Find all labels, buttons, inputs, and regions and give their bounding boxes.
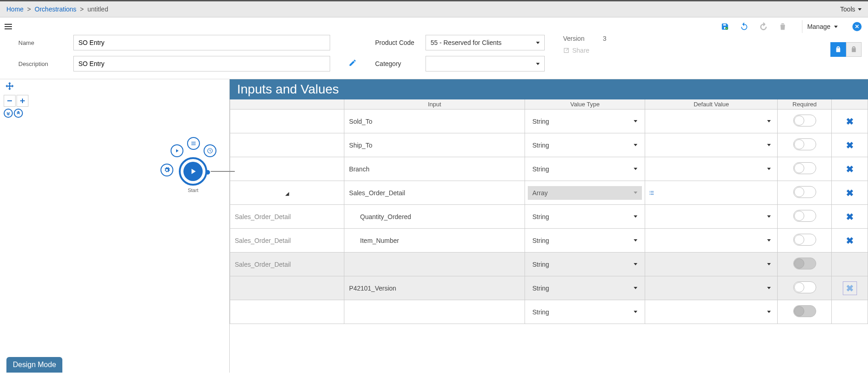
category-label: Category (375, 60, 421, 67)
delete-icon (778, 22, 787, 31)
input-cell[interactable] (344, 300, 525, 324)
delete-row-icon[interactable]: ✖ (846, 212, 854, 222)
clock-icon[interactable] (204, 144, 216, 157)
panel-title: Inputs and Values (230, 79, 868, 99)
col-default: Default Value (645, 99, 778, 110)
table-row: BranchString✖ (230, 157, 868, 181)
save-icon[interactable] (720, 22, 730, 31)
delete-row-icon[interactable]: ✖ (843, 281, 857, 295)
manage-dropdown[interactable]: Manage (802, 20, 842, 33)
move-icon[interactable] (4, 81, 16, 93)
redo-icon (759, 22, 768, 31)
unlock-button[interactable] (830, 42, 846, 57)
name-input[interactable] (73, 35, 330, 50)
required-toggle[interactable] (793, 186, 816, 198)
play-small-icon[interactable] (171, 144, 183, 157)
delete-row-icon[interactable]: ✖ (846, 164, 854, 174)
table-row: Sales_Order_DetailQuantity_OrderedString… (230, 205, 868, 229)
breadcrumb-home[interactable]: Home (6, 5, 23, 13)
value-type-select[interactable]: String (528, 210, 642, 224)
value-type-select[interactable]: String (528, 138, 642, 152)
group-cell (230, 276, 344, 300)
delete-row-icon[interactable]: ✖ (846, 236, 854, 246)
input-cell[interactable]: P42101_Version (344, 276, 525, 300)
collapse-icon[interactable]: ◢ (285, 191, 289, 196)
svg-rect-1 (7, 100, 12, 101)
category-select[interactable] (426, 56, 545, 71)
required-toggle[interactable] (793, 162, 816, 174)
share-button: Share (563, 47, 607, 54)
description-label: Description (18, 60, 69, 67)
gear-icon[interactable] (160, 164, 173, 176)
product-code-select[interactable]: 55 - Reserved for Clients (426, 35, 545, 50)
value-type-select[interactable]: String (528, 162, 642, 176)
col-input: Input (344, 99, 525, 110)
delete-row-icon[interactable]: ✖ (846, 140, 854, 150)
input-cell[interactable] (344, 253, 525, 276)
zoom-out-button[interactable] (4, 95, 16, 107)
collapse-up-icon[interactable] (14, 109, 23, 118)
input-cell[interactable]: Sales_Order_Detail (344, 181, 525, 205)
zoom-in-button[interactable] (17, 95, 28, 107)
default-value-select[interactable] (648, 210, 774, 224)
value-type-select[interactable]: String (528, 115, 642, 128)
required-toggle[interactable] (793, 210, 816, 222)
undo-icon[interactable] (740, 22, 749, 31)
description-input[interactable] (73, 56, 330, 71)
required-toggle[interactable] (793, 281, 816, 293)
default-value-select[interactable] (648, 305, 774, 319)
version-value: 3 (603, 35, 607, 42)
hamburger-menu-icon[interactable] (0, 21, 17, 32)
lock-button[interactable] (846, 42, 862, 57)
edit-icon[interactable] (348, 59, 357, 67)
col-required: Required (778, 99, 832, 110)
list-icon[interactable] (187, 137, 200, 150)
required-toggle[interactable] (793, 234, 816, 246)
table-row: ◢Sales_Order_DetailArray✖ (230, 181, 868, 205)
group-cell: Sales_Order_Detail (230, 229, 344, 253)
breadcrumb-current: untitled (88, 5, 108, 13)
value-type-select[interactable]: Array (528, 186, 642, 200)
value-type-select[interactable]: String (528, 234, 642, 247)
value-type-select[interactable]: String (528, 305, 642, 319)
required-toggle[interactable] (793, 115, 816, 126)
default-value-select[interactable] (648, 258, 774, 271)
default-value-select[interactable] (648, 162, 774, 176)
expand-down-icon[interactable] (4, 109, 13, 118)
name-label: Name (18, 39, 69, 46)
input-cell[interactable]: Sold_To (344, 110, 525, 133)
default-value-select[interactable] (648, 138, 774, 152)
inputs-table: Input Value Type Default Value Required … (230, 99, 868, 324)
table-row: Sales_Order_DetailString (230, 253, 868, 276)
input-cell[interactable]: Branch (344, 157, 525, 181)
col-value-type: Value Type (525, 99, 645, 110)
default-value-select[interactable] (648, 115, 774, 128)
input-cell[interactable]: Ship_To (344, 133, 525, 157)
input-cell[interactable]: Quantity_Ordered (344, 205, 525, 229)
breadcrumb-orchestrations[interactable]: Orchestrations (35, 5, 77, 13)
connector-line (207, 171, 235, 172)
design-mode-button[interactable]: Design Mode (6, 357, 62, 373)
value-type-select[interactable]: String (528, 258, 642, 271)
table-row: Sales_Order_DetailItem_NumberString✖ (230, 229, 868, 253)
input-cell[interactable]: Item_Number (344, 229, 525, 253)
group-cell (230, 157, 344, 181)
table-row: Ship_ToString✖ (230, 133, 868, 157)
value-type-select[interactable]: String (528, 281, 642, 295)
version-label: Version (563, 35, 585, 42)
delete-row-icon[interactable]: ✖ (846, 188, 854, 198)
product-code-label: Product Code (375, 39, 421, 46)
breadcrumb-sep: > (27, 5, 31, 13)
array-list-icon[interactable] (648, 190, 774, 196)
design-canvas[interactable]: Start (0, 79, 229, 373)
table-row: P42101_VersionString✖ (230, 276, 868, 300)
delete-row-icon[interactable]: ✖ (846, 116, 854, 126)
required-toggle[interactable] (793, 138, 816, 150)
required-toggle (793, 258, 816, 269)
start-node[interactable] (179, 157, 207, 186)
default-value-select[interactable] (648, 234, 774, 247)
svg-rect-3 (22, 99, 23, 103)
default-value-select[interactable] (648, 281, 774, 295)
tools-dropdown[interactable]: Tools (840, 5, 862, 13)
close-button[interactable]: ✕ (852, 22, 862, 31)
